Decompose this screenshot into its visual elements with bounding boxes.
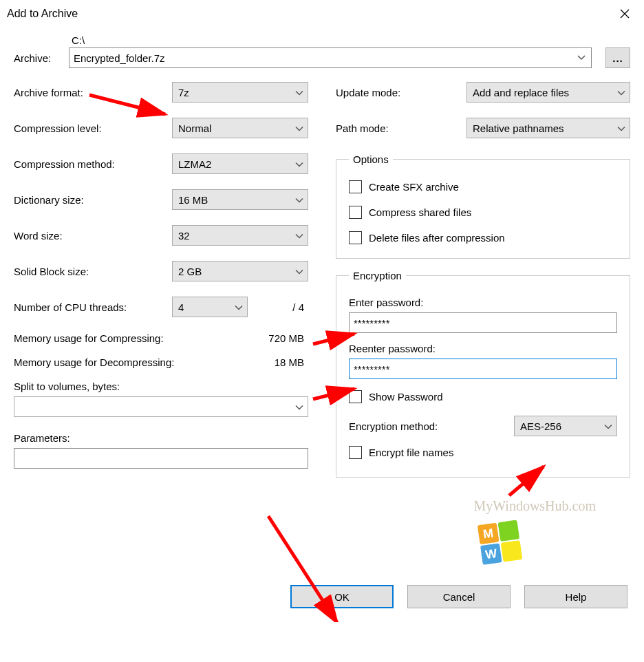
delete-after-label: Delete files after compression [369, 232, 505, 244]
chevron-down-icon [573, 50, 590, 66]
archive-filename-select[interactable]: Encrypted_folder.7z [69, 47, 592, 68]
show-password-label: Show Password [369, 391, 443, 403]
svg-text:M: M [482, 526, 495, 541]
compression-level-label: Compression level: [14, 122, 172, 134]
archive-format-select[interactable]: 7z [172, 82, 308, 103]
compression-method-label: Compression method: [14, 158, 172, 170]
watermark: MyWindowsHub.com M W [473, 498, 596, 574]
svg-rect-7 [480, 543, 502, 565]
compress-shared-checkbox[interactable] [349, 206, 362, 219]
encrypt-names-label: Encrypt file names [369, 447, 453, 458]
update-mode-select[interactable]: Add and replace files [466, 82, 630, 103]
solid-block-size-label: Solid Block size: [14, 266, 172, 277]
show-password-checkbox[interactable] [349, 390, 362, 403]
word-size-label: Word size: [14, 230, 172, 242]
chevron-down-icon [604, 420, 612, 432]
sfx-checkbox[interactable] [349, 180, 362, 193]
compress-shared-label: Compress shared files [369, 206, 471, 218]
close-button[interactable] [611, 3, 638, 24]
svg-text:W: W [484, 546, 498, 562]
options-legend: Options [349, 153, 393, 165]
dictionary-size-label: Dictionary size: [14, 194, 172, 206]
chevron-down-icon [295, 158, 303, 170]
reenter-password-input[interactable]: ********* [349, 359, 617, 379]
path-mode-label: Path mode: [336, 122, 466, 134]
options-group: Options Create SFX archive Compress shar… [336, 153, 630, 259]
update-mode-label: Update mode: [336, 87, 466, 98]
cancel-button[interactable]: Cancel [407, 585, 511, 608]
svg-rect-8 [501, 540, 523, 562]
compression-level-select[interactable]: Normal [172, 118, 308, 138]
chevron-down-icon [617, 122, 625, 134]
chevron-down-icon [295, 230, 303, 242]
help-button[interactable]: Help [524, 585, 627, 608]
chevron-down-icon [295, 122, 303, 134]
split-volumes-label: Split to volumes, bytes: [14, 381, 308, 392]
chevron-down-icon [617, 87, 625, 98]
svg-rect-5 [477, 523, 500, 545]
word-size-select[interactable]: 32 [172, 225, 308, 246]
mem-decompress-label: Memory usage for Decompressing: [14, 356, 174, 368]
browse-button[interactable]: ... [605, 47, 630, 68]
cpu-threads-select[interactable]: 4 [172, 297, 248, 317]
delete-after-checkbox[interactable] [349, 231, 362, 244]
dictionary-size-select[interactable]: 16 MB [172, 189, 308, 210]
chevron-down-icon [295, 266, 303, 277]
chevron-down-icon [295, 401, 303, 413]
encryption-legend: Encryption [349, 270, 406, 281]
encryption-method-label: Encryption method: [349, 420, 438, 432]
enter-password-input[interactable]: ********* [349, 312, 617, 333]
archive-path-text: C:\ [69, 34, 630, 47]
parameters-input[interactable] [14, 448, 308, 469]
cpu-threads-label: Number of CPU threads: [14, 301, 172, 313]
ok-button[interactable]: OK [290, 585, 394, 608]
mem-compress-value: 720 MB [268, 332, 304, 344]
titlebar: Add to Archive [0, 0, 644, 28]
archive-label: Archive: [14, 52, 69, 68]
chevron-down-icon [295, 87, 303, 98]
cpu-threads-total: / 4 [248, 301, 308, 313]
archive-filename-value: Encrypted_folder.7z [74, 52, 165, 64]
chevron-down-icon [295, 194, 303, 206]
enter-password-label: Enter password: [349, 297, 617, 308]
sfx-label: Create SFX archive [369, 181, 459, 193]
watermark-logo-icon: M W [473, 517, 528, 572]
mem-decompress-value: 18 MB [275, 356, 304, 368]
path-mode-select[interactable]: Relative pathnames [466, 118, 630, 138]
archive-format-label: Archive format: [14, 87, 172, 98]
parameters-label: Parameters: [14, 432, 308, 444]
mem-compress-label: Memory usage for Compressing: [14, 332, 164, 344]
encryption-method-select[interactable]: AES-256 [514, 416, 617, 436]
solid-block-size-select[interactable]: 2 GB [172, 261, 308, 281]
split-volumes-select[interactable] [14, 396, 308, 417]
encrypt-names-checkbox[interactable] [349, 446, 362, 459]
chevron-down-icon [235, 301, 243, 313]
window-title: Add to Archive [7, 8, 78, 20]
reenter-password-label: Reenter password: [349, 343, 617, 354]
svg-rect-6 [498, 520, 520, 542]
encryption-group: Encryption Enter password: ********* Ree… [336, 270, 630, 478]
close-icon [620, 9, 630, 19]
compression-method-select[interactable]: LZMA2 [172, 153, 308, 174]
